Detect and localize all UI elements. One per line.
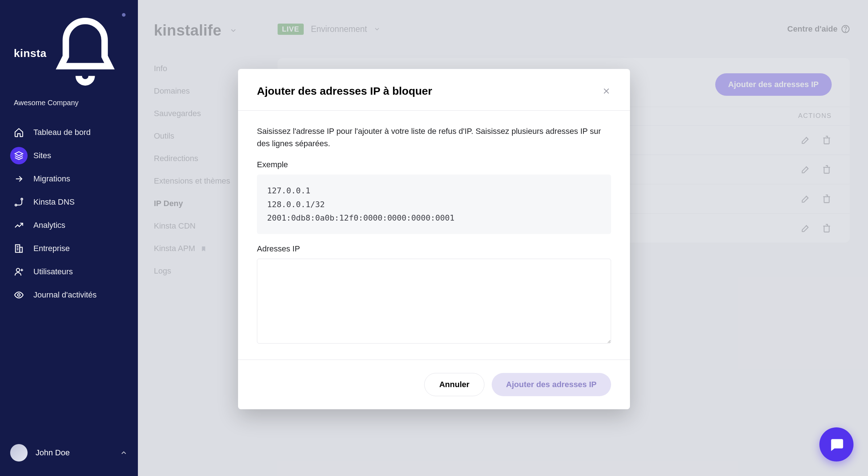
add-ip-modal: Ajouter des adresses IP à bloquer Saisis… <box>238 69 630 409</box>
modal-title: Ajouter des adresses IP à bloquer <box>257 85 432 97</box>
home-icon <box>14 127 24 138</box>
user-plus-icon <box>14 267 24 277</box>
sidebar-item-sites[interactable]: Sites <box>7 145 131 167</box>
sidebar-item-company[interactable]: Entreprise <box>7 238 131 259</box>
nav-label: Entreprise <box>33 244 70 253</box>
nav-label: Utilisateurs <box>33 267 73 276</box>
user-name: John Doe <box>36 448 70 457</box>
avatar <box>10 444 28 461</box>
chat-fab[interactable] <box>819 427 853 461</box>
building-icon <box>14 243 24 254</box>
nav-label: Sites <box>33 151 51 160</box>
submit-button[interactable]: Ajouter des adresses IP <box>492 373 611 396</box>
sidebar-footer[interactable]: John Doe <box>0 444 138 461</box>
svg-point-4 <box>16 268 20 271</box>
example-label: Exemple <box>257 160 611 169</box>
ip-field-label: Adresses IP <box>257 244 611 254</box>
layers-icon <box>14 151 24 160</box>
chevron-up-icon <box>120 449 128 457</box>
chat-icon <box>828 436 844 452</box>
nav-label: Tableau de bord <box>33 128 91 137</box>
company-name[interactable]: Awesome Company <box>0 99 138 122</box>
svg-point-1 <box>21 198 23 200</box>
notifications-bell-icon[interactable] <box>46 15 124 92</box>
notification-dot <box>122 13 126 17</box>
cancel-button[interactable]: Annuler <box>424 373 484 396</box>
sidebar-item-dns[interactable]: Kinsta DNS <box>7 191 131 213</box>
nav-label: Migrations <box>33 174 70 184</box>
arrow-right-icon <box>14 174 24 184</box>
nav-label: Analytics <box>33 221 65 230</box>
modal-description: Saisissez l'adresse IP pour l'ajouter à … <box>257 125 611 150</box>
sidebar-item-migrations[interactable]: Migrations <box>7 168 131 190</box>
example-box: 127.0.0.1 128.0.0.1/32 2001:0db8:0a0b:12… <box>257 175 611 234</box>
sidebar: kinsta Awesome Company Tableau de bord S… <box>0 0 138 476</box>
sidebar-item-analytics[interactable]: Analytics <box>7 214 131 236</box>
close-icon[interactable] <box>602 86 611 96</box>
sidebar-item-users[interactable]: Utilisateurs <box>7 261 131 283</box>
brand-logo[interactable]: kinsta <box>14 47 46 60</box>
sidebar-item-activity[interactable]: Journal d'activités <box>7 284 131 306</box>
eye-icon <box>14 290 24 300</box>
brand-text: kinsta <box>14 47 46 60</box>
sidebar-item-dashboard[interactable]: Tableau de bord <box>7 122 131 143</box>
svg-rect-3 <box>20 247 22 252</box>
svg-point-0 <box>15 204 17 206</box>
active-icon-wrap <box>10 147 28 164</box>
trend-up-icon <box>14 220 24 230</box>
svg-point-5 <box>18 294 20 296</box>
ip-addresses-input[interactable] <box>257 259 611 344</box>
route-icon <box>14 197 24 207</box>
main-nav: Tableau de bord Sites Migrations Kinsta … <box>0 122 138 306</box>
nav-label: Journal d'activités <box>33 290 97 300</box>
nav-label: Kinsta DNS <box>33 197 75 207</box>
